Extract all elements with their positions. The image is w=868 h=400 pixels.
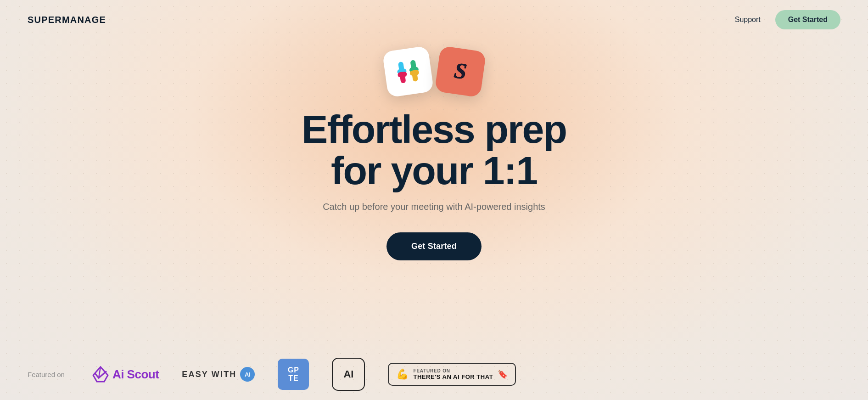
hero-subtitle: Catch up before your meeting with AI-pow… (323, 202, 545, 212)
slack-icon (382, 46, 434, 98)
featured-logos: Ai Scout EASY WITH AI GP TE AI 💪 (92, 358, 840, 391)
get-started-hero-button[interactable]: Get Started (386, 232, 482, 260)
ai-badge: AI (240, 367, 255, 382)
bookmark-icon: 🔖 (498, 369, 508, 379)
easy-with-text: EASY WITH (182, 370, 236, 379)
ai-scout-icon (92, 366, 109, 383)
hero-section: S Effortless prep for your 1:1 Catch up … (0, 39, 868, 349)
muscle-icon: 💪 (396, 368, 409, 380)
theres-an-ai-badge: 💪 FEATURED ON THERE'S AN AI FOR THAT 🔖 (388, 363, 516, 386)
svg-text:S: S (453, 58, 468, 84)
logo: SUPERMANAGE (28, 15, 106, 25)
theres-ai-featured-text: FEATURED ON (413, 368, 493, 373)
featured-label: Featured on (28, 371, 65, 378)
ai-scout-text: Ai Scout (112, 367, 159, 382)
featured-bar: Featured on Ai Scout EASY WITH AI (0, 349, 868, 400)
ai-square-badge: AI (332, 358, 365, 391)
theres-ai-text-block: FEATURED ON THERE'S AN AI FOR THAT (413, 368, 493, 381)
easy-with-ai-logo: EASY WITH AI (182, 367, 255, 382)
nav-right: Support Get Started (735, 10, 840, 29)
app-icons: S (385, 49, 483, 95)
theres-ai-main-text: THERE'S AN AI FOR THAT (413, 373, 493, 381)
ai-scout-logo: Ai Scout (92, 366, 159, 383)
get-started-nav-button[interactable]: Get Started (775, 10, 840, 29)
header: SUPERMANAGE Support Get Started (0, 0, 868, 39)
hero-title: Effortless prep for your 1:1 (302, 108, 566, 192)
support-link[interactable]: Support (735, 16, 761, 24)
gpte-badge: GP TE (278, 359, 309, 390)
s-brand-icon: S (434, 46, 486, 98)
page-wrapper: SUPERMANAGE Support Get Started (0, 0, 868, 400)
